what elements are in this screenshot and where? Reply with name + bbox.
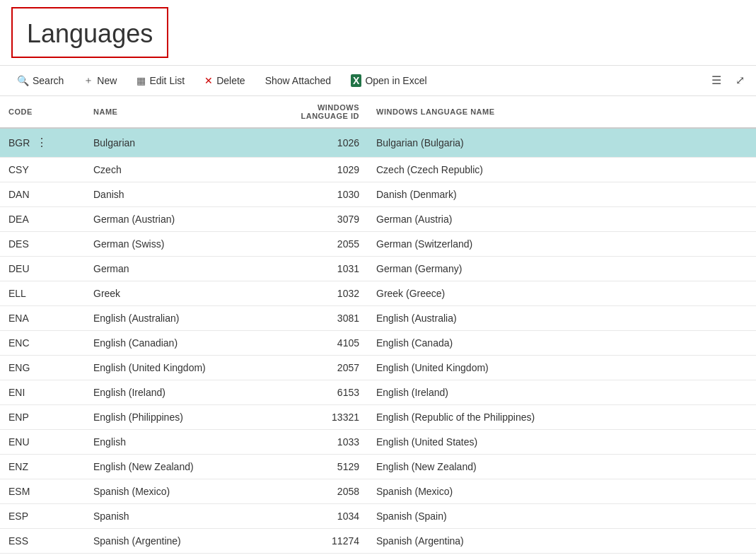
cell-code: ENU: [0, 430, 85, 454]
cell-name: German (Austrian): [85, 206, 283, 231]
toolbar: 🔍 Search ＋ New ▦ Edit List ✕ Delete Show…: [0, 65, 756, 96]
table-header: CODE NAME WINDOWSLANGUAGE ID WINDOWS LAN…: [0, 96, 756, 128]
cell-win-id: 4105: [283, 330, 368, 355]
cell-code: ENZ: [0, 455, 85, 479]
cell-name: Spanish (Mexico): [85, 479, 283, 503]
cell-win-id: 1030: [283, 182, 368, 206]
show-attached-button[interactable]: Show Attached: [255, 65, 341, 96]
cell-code: ESS: [0, 529, 85, 553]
cell-win-name: English (United States): [368, 429, 756, 454]
cell-code: DEU: [0, 257, 85, 281]
cell-code: BGR⋮: [0, 129, 85, 157]
cell-code: ENA: [0, 306, 85, 330]
cell-code: ENC: [0, 331, 85, 355]
cell-win-id: 1061: [283, 553, 368, 560]
cell-win-name: Danish (Denmark): [368, 182, 756, 206]
open-excel-label: Open in Excel: [365, 75, 426, 86]
cell-code: ESP: [0, 504, 85, 528]
cell-code: DEA: [0, 207, 85, 231]
table-row[interactable]: ESSSpanish (Argentine)11274Spanish (Arge…: [0, 528, 756, 553]
cell-win-name: Czech (Czech Republic): [368, 157, 756, 182]
edit-list-icon: ▦: [136, 75, 146, 86]
cell-win-id: 5129: [283, 454, 368, 479]
cell-win-id: 2057: [283, 355, 368, 380]
edit-list-label: Edit List: [149, 75, 185, 86]
cell-name: Czech: [85, 157, 283, 182]
open-excel-button[interactable]: X Open in Excel: [341, 65, 437, 96]
cell-name: German: [85, 256, 283, 281]
cell-win-name: Spanish (Mexico): [368, 479, 756, 503]
new-label: New: [97, 75, 117, 86]
cell-win-name: Estonian (Estonia): [368, 553, 756, 560]
table-row[interactable]: ETIEstonian1061Estonian (Estonia): [0, 553, 756, 560]
table-row[interactable]: ENGEnglish (United Kingdom)2057English (…: [0, 355, 756, 380]
table-row[interactable]: BGR⋮Bulgarian1026Bulgarian (Bulgaria): [0, 128, 756, 158]
cell-win-id: 2058: [283, 479, 368, 503]
table-row[interactable]: ENPEnglish (Philippines)13321English (Re…: [0, 404, 756, 429]
cell-win-name: Bulgarian (Bulgaria): [368, 128, 756, 158]
col-header-code: CODE: [0, 96, 85, 128]
delete-button[interactable]: ✕ Delete: [194, 65, 255, 96]
cell-name: English (Philippines): [85, 404, 283, 429]
cell-win-id: 1029: [283, 157, 368, 182]
cell-win-name: Spanish (Spain): [368, 503, 756, 528]
cell-code: ETI: [0, 554, 85, 560]
table-row[interactable]: ENCEnglish (Canadian)4105English (Canada…: [0, 330, 756, 355]
cell-win-name: German (Austria): [368, 206, 756, 231]
cell-win-id: 3079: [283, 206, 368, 231]
cell-win-name: English (Canada): [368, 330, 756, 355]
table-row[interactable]: ENZEnglish (New Zealand)5129English (New…: [0, 454, 756, 479]
cell-win-name: German (Germany): [368, 256, 756, 281]
table-row[interactable]: ESPSpanish1034Spanish (Spain): [0, 503, 756, 528]
cell-win-name: English (Republic of the Philippines): [368, 404, 756, 429]
plus-icon: ＋: [83, 74, 93, 87]
table-row[interactable]: DEUGerman1031German (Germany): [0, 256, 756, 281]
cell-name: Spanish (Argentine): [85, 528, 283, 553]
row-context-menu[interactable]: ⋮: [34, 135, 50, 151]
table-row[interactable]: ENUEnglish1033English (United States): [0, 429, 756, 454]
table-row[interactable]: CSYCzech1029Czech (Czech Republic): [0, 157, 756, 182]
cell-win-name: English (New Zealand): [368, 454, 756, 479]
cell-win-id: 1031: [283, 256, 368, 281]
cell-name: English: [85, 429, 283, 454]
cell-name: German (Swiss): [85, 231, 283, 256]
cell-win-id: 1033: [283, 429, 368, 454]
cell-name: Greek: [85, 281, 283, 305]
delete-icon: ✕: [204, 75, 213, 86]
expand-icon[interactable]: ⤢: [731, 71, 749, 90]
cell-win-name: Spanish (Argentina): [368, 528, 756, 553]
table-row[interactable]: DANDanish1030Danish (Denmark): [0, 182, 756, 206]
cell-win-id: 3081: [283, 305, 368, 330]
cell-name: Spanish: [85, 503, 283, 528]
show-attached-label: Show Attached: [265, 75, 331, 86]
cell-code: ENI: [0, 380, 85, 404]
table-row[interactable]: DEAGerman (Austrian)3079German (Austria): [0, 206, 756, 231]
table-row[interactable]: ENIEnglish (Ireland)6153English (Ireland…: [0, 380, 756, 404]
cell-win-id: 2055: [283, 231, 368, 256]
languages-table: CODE NAME WINDOWSLANGUAGE ID WINDOWS LAN…: [0, 96, 756, 560]
page-title: Languages: [11, 7, 168, 58]
cell-name: English (Canadian): [85, 330, 283, 355]
table-row[interactable]: ELLGreek1032Greek (Greece): [0, 281, 756, 305]
cell-win-id: 1032: [283, 281, 368, 305]
cell-code: ENG: [0, 356, 85, 380]
cell-name: Bulgarian: [85, 128, 283, 158]
cell-win-name: English (Ireland): [368, 380, 756, 404]
cell-win-id: 11274: [283, 528, 368, 553]
cell-name: Danish: [85, 182, 283, 206]
table-container: CODE NAME WINDOWSLANGUAGE ID WINDOWS LAN…: [0, 96, 756, 560]
table-row[interactable]: ESMSpanish (Mexico)2058Spanish (Mexico): [0, 479, 756, 503]
search-icon: 🔍: [17, 75, 29, 86]
new-button[interactable]: ＋ New: [74, 65, 127, 96]
cell-win-id: 13321: [283, 404, 368, 429]
table-row[interactable]: ENAEnglish (Australian)3081English (Aust…: [0, 305, 756, 330]
cell-win-name: Greek (Greece): [368, 281, 756, 305]
cell-win-name: German (Switzerland): [368, 231, 756, 256]
edit-list-button[interactable]: ▦ Edit List: [127, 65, 194, 96]
table-body: BGR⋮Bulgarian1026Bulgarian (Bulgaria)CSY…: [0, 128, 756, 560]
cell-win-name: English (United Kingdom): [368, 355, 756, 380]
table-row[interactable]: DESGerman (Swiss)2055German (Switzerland…: [0, 231, 756, 256]
list-view-icon[interactable]: ☰: [707, 71, 726, 90]
cell-name: English (New Zealand): [85, 454, 283, 479]
search-button[interactable]: 🔍 Search: [7, 65, 74, 96]
